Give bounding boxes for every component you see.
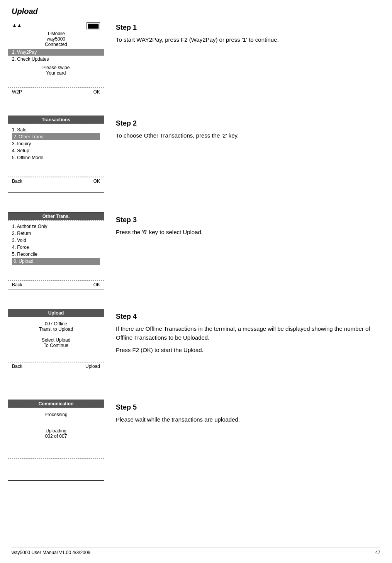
menu-item-check-updates: 2. Check Updates [8, 56, 104, 63]
footer3-right: OK [93, 282, 100, 287]
step1-desc: To start WAY2Pay, press F2 (Way2Pay) or … [116, 36, 373, 44]
footer2: Back OK [8, 177, 104, 185]
footer-left-w2p: W2P [12, 89, 22, 95]
screen4-body: 007 Offline Trans. to Upload Select Uplo… [8, 317, 104, 362]
step4-text: Step 4 If there are Offline Transactions… [104, 309, 384, 359]
carrier-info: T-Mobileway5000Connected [8, 30, 104, 49]
s2-item4: 4. Setup [12, 147, 100, 154]
screen5-body: Processing Uploading 002 of 007 [8, 408, 104, 454]
screen4: Upload 007 Offline Trans. to Upload Sele… [8, 309, 104, 380]
footer4-right: Upload [85, 364, 100, 369]
step3-text: Step 3 Press the '6' key to select Uploa… [104, 212, 384, 241]
menu-item-way2pay: 1. Way2Pay [8, 49, 104, 56]
s3-item4: 4. Force [12, 244, 100, 251]
step2-text: Step 2 To choose Other Transactions, pre… [104, 116, 384, 144]
screen3-header: Other Trans. [8, 213, 104, 220]
step1-text: Step 1 To start WAY2Pay, press F2 (Way2P… [104, 20, 384, 48]
s3-item1: 1. Authorize Only [12, 223, 100, 230]
step1-row: ▲▲ ▇▇▇ T-Mobileway5000Connected 1. Way2P… [8, 20, 384, 96]
screen5-header: Communication [8, 400, 104, 408]
step4-desc2: Press F2 (OK) to start the Upload. [116, 346, 373, 355]
step3-row: Other Trans. 1. Authorize Only 2. Return… [8, 212, 384, 289]
footer2-right: OK [93, 179, 100, 184]
footer4-left: Back [12, 364, 22, 369]
swipe-message: Please swipeYour card [8, 63, 104, 87]
step5-desc: Please wait while the transactions are u… [116, 415, 373, 424]
screen2: Transactions 1. Sale 2. Other Trans. 3. … [8, 116, 104, 193]
footer1: W2P OK [8, 88, 104, 96]
s3-item2: 2. Return [12, 230, 100, 237]
battery-icon: ▇▇▇ [87, 22, 100, 29]
footer-right-ok: OK [93, 89, 100, 95]
footer3: Back OK [8, 281, 104, 289]
page-footer: way5000 User Manual V1.00 4/3/2009 47 [12, 548, 380, 555]
step4-row: Upload 007 Offline Trans. to Upload Sele… [8, 309, 384, 380]
s2-item2: 2. Other Trans. [12, 133, 100, 140]
s2-item5: 5. Offline Mode [12, 154, 100, 161]
screen4-header: Upload [8, 309, 104, 317]
screen5: Communication Processing Uploading 002 o… [8, 400, 104, 481]
s3-item5: 5. Reconcile [12, 251, 100, 258]
footer4: Back Upload [8, 362, 104, 370]
step2-title: Step 2 [116, 119, 373, 128]
screen3-body: 1. Authorize Only 2. Return 3. Void 4. F… [8, 221, 104, 280]
screen3: Other Trans. 1. Authorize Only 2. Return… [8, 212, 104, 289]
s2-item3: 3. Inquiry [12, 140, 100, 147]
step3-title: Step 3 [116, 216, 373, 224]
footer3-left: Back [12, 282, 22, 287]
signal-icon: ▲▲ [12, 22, 22, 29]
footer-page-number: 47 [375, 550, 380, 555]
s2-item1: 1. Sale [12, 126, 100, 133]
step2-row: Transactions 1. Sale 2. Other Trans. 3. … [8, 116, 384, 193]
step5-row: Communication Processing Uploading 002 o… [8, 400, 384, 481]
step5-text: Step 5 Please wait while the transaction… [104, 400, 384, 428]
footer2-left: Back [12, 179, 22, 184]
screen2-body: 1. Sale 2. Other Trans. 3. Inquiry 4. Se… [8, 124, 104, 177]
step5-title: Step 5 [116, 403, 373, 412]
step4-desc1: If there are Offline Transactions in the… [116, 325, 373, 342]
screen1: ▲▲ ▇▇▇ T-Mobileway5000Connected 1. Way2P… [8, 20, 104, 96]
page-title: Upload [12, 7, 392, 16]
step1-title: Step 1 [116, 24, 373, 32]
step2-desc: To choose Other Transactions, press the … [116, 131, 373, 140]
s3-item6: 6. Upload [12, 258, 100, 265]
screen2-header: Transactions [8, 116, 104, 124]
step3-desc: Press the '6' key to select Upload. [116, 228, 373, 237]
footer-manual-info: way5000 User Manual V1.00 4/3/2009 [12, 550, 90, 555]
step4-title: Step 4 [116, 313, 373, 321]
s3-item3: 3. Void [12, 237, 100, 244]
